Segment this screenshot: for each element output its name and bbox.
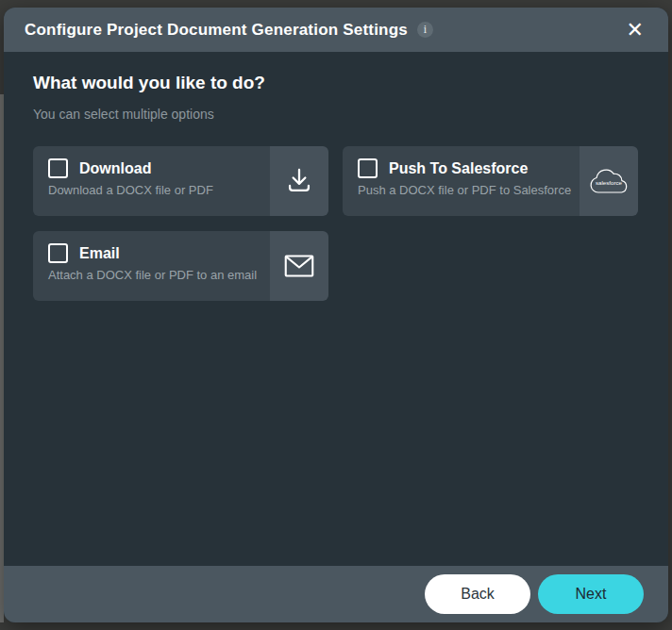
salesforce-wordmark: salesforce [596,179,623,186]
option-card-email[interactable]: Email Attach a DOCX file or PDF to an em… [33,231,328,301]
option-salesforce-main: Push To Salesforce Push a DOCX file or P… [343,146,580,216]
dialog-footer: Back Next [4,566,668,622]
question-heading: What would you like to do? [33,73,639,93]
document-generation-settings-dialog: Configure Project Document Generation Se… [4,8,668,622]
option-download-main: Download Download a DOCX file or PDF [33,146,270,216]
dialog-body: What would you like to do? You can selec… [4,52,668,566]
option-card-download[interactable]: Download Download a DOCX file or PDF [33,146,328,216]
email-checkbox[interactable] [48,243,68,263]
option-description: Push a DOCX file or PDF to Salesforce [358,183,580,197]
salesforce-icon: salesforce [580,146,638,216]
option-label: Email [79,245,120,262]
option-label: Push To Salesforce [389,160,528,177]
next-button[interactable]: Next [538,574,644,614]
salesforce-checkbox[interactable] [358,158,378,178]
page: { "modal": { "title": "Configure Project… [0,0,672,630]
dialog-header: Configure Project Document Generation Se… [4,8,668,52]
option-description: Attach a DOCX file or PDF to an email [48,268,270,282]
back-button[interactable]: Back [425,574,530,614]
option-label: Download [79,160,151,177]
option-description: Download a DOCX file or PDF [48,183,270,197]
download-checkbox[interactable] [48,158,68,178]
option-card-salesforce[interactable]: Push To Salesforce Push a DOCX file or P… [343,146,638,216]
download-icon [270,146,328,216]
multi-select-hint: You can select multiple options [33,107,639,122]
info-icon[interactable]: i [417,22,433,38]
email-icon [270,231,328,301]
options-grid: Download Download a DOCX file or PDF [33,146,639,301]
close-icon[interactable]: ✕ [623,18,647,42]
option-email-main: Email Attach a DOCX file or PDF to an em… [33,231,270,301]
dialog-title: Configure Project Document Generation Se… [25,21,408,40]
